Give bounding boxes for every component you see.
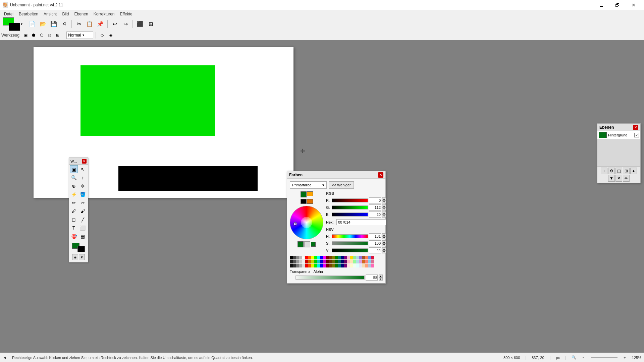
- pc-orange[interactable]: [308, 256, 311, 259]
- color-wheel-container[interactable]: [290, 206, 323, 239]
- pc3-10[interactable]: [317, 264, 320, 267]
- pc2-9[interactable]: [314, 260, 317, 263]
- toolbox-bg-color[interactable]: [77, 246, 85, 252]
- tool-move[interactable]: ↖: [79, 165, 87, 173]
- layer-properties-button[interactable]: ⚙: [608, 168, 615, 174]
- layer-delete-button[interactable]: ✕: [615, 175, 622, 182]
- cut-button[interactable]: ✂: [74, 19, 84, 29]
- layer-add-button[interactable]: ＋: [601, 168, 607, 174]
- pc3-28[interactable]: [371, 264, 374, 267]
- tool-paint[interactable]: 🖌: [79, 207, 87, 215]
- layer-edit-button[interactable]: ✏: [623, 175, 630, 182]
- zoom-out-btn[interactable]: －: [582, 355, 585, 360]
- layers-close-button[interactable]: ✕: [633, 125, 638, 130]
- pc-magenta[interactable]: [323, 256, 326, 259]
- pc3-18[interactable]: [341, 264, 344, 267]
- tool-bucket[interactable]: 🪣: [79, 190, 87, 198]
- b-slider[interactable]: [332, 213, 368, 217]
- pc-lightgray[interactable]: [299, 256, 302, 259]
- select-tool-btn-2[interactable]: ⬟: [30, 32, 37, 39]
- pc2-26[interactable]: [365, 260, 368, 263]
- swatch-bottom-small[interactable]: [311, 242, 316, 247]
- paste-button[interactable]: 📌: [96, 19, 105, 29]
- hex-input[interactable]: [336, 219, 386, 225]
- pc2-22[interactable]: [353, 260, 356, 263]
- pc2-18[interactable]: [341, 260, 344, 263]
- tool-brush[interactable]: ✏: [70, 199, 78, 207]
- pc2-11[interactable]: [320, 260, 323, 263]
- toolbox-color-swatch[interactable]: [72, 243, 85, 252]
- pc3-21[interactable]: [350, 264, 353, 267]
- pc3-19[interactable]: [344, 264, 347, 267]
- pc3-13[interactable]: [326, 264, 329, 267]
- pc-black[interactable]: [290, 256, 293, 259]
- pc2-23[interactable]: [356, 260, 359, 263]
- pc2-6[interactable]: [305, 260, 308, 263]
- pc3-27[interactable]: [368, 264, 371, 267]
- layer-down-button[interactable]: ▼: [608, 175, 615, 182]
- color-picker-close[interactable]: ✕: [378, 172, 383, 178]
- tool-pencil[interactable]: 🖊: [70, 207, 78, 215]
- minimize-button[interactable]: 🗕: [594, 0, 609, 10]
- tool-recolor[interactable]: 🎯: [70, 232, 78, 240]
- swatch-alt[interactable]: [307, 191, 313, 196]
- swatch-bottom-fg[interactable]: [298, 241, 304, 247]
- pc2-20[interactable]: [347, 260, 350, 263]
- select-tool-btn-4[interactable]: ◎: [46, 32, 53, 39]
- tool-pan[interactable]: ✥: [79, 182, 87, 190]
- pc-purple[interactable]: [344, 256, 347, 259]
- color-dropdown-arrow[interactable]: ▾: [21, 22, 22, 26]
- pc-yellow[interactable]: [311, 256, 314, 259]
- pc-maroon[interactable]: [326, 256, 329, 259]
- h-spin-up[interactable]: ▲: [382, 233, 386, 236]
- pc-blue[interactable]: [320, 256, 323, 259]
- pc3-17[interactable]: [338, 264, 341, 267]
- toolbox-color-btn-2[interactable]: ▼: [79, 254, 85, 260]
- g-spin-down[interactable]: ▼: [382, 207, 386, 210]
- tool-shapes[interactable]: ◻: [70, 216, 78, 224]
- pc3-22[interactable]: [353, 264, 356, 267]
- pc2-8[interactable]: [311, 260, 314, 263]
- layer-duplicate-button[interactable]: ◫: [615, 168, 622, 174]
- b-spin-down[interactable]: ▼: [382, 215, 386, 218]
- antialiasing-btn[interactable]: ◇: [98, 32, 106, 39]
- pc-cyan[interactable]: [317, 256, 320, 259]
- close-button[interactable]: ✕: [626, 0, 641, 10]
- pc-green[interactable]: [335, 256, 338, 259]
- pc3-5[interactable]: [302, 264, 305, 267]
- pc2-12[interactable]: [323, 260, 326, 263]
- h-spin-down[interactable]: ▼: [382, 236, 386, 239]
- pc2-2[interactable]: [293, 260, 296, 263]
- pc3-4[interactable]: [299, 264, 302, 267]
- pc-darkgray[interactable]: [293, 256, 296, 259]
- pc2-15[interactable]: [332, 260, 335, 263]
- g-slider[interactable]: [332, 205, 368, 209]
- pc3-8[interactable]: [311, 264, 314, 267]
- pc3-3[interactable]: [296, 264, 299, 267]
- select-tool-btn-3[interactable]: ⬡: [38, 32, 45, 39]
- pc-coral[interactable]: [365, 256, 368, 259]
- select-tool-btn-5[interactable]: ⊞: [54, 32, 61, 39]
- pc-lime[interactable]: [314, 256, 317, 259]
- resize-button[interactable]: ⊞: [146, 19, 155, 29]
- scroll-left-indicator[interactable]: ◄: [3, 355, 7, 360]
- r-input[interactable]: [369, 197, 381, 203]
- tool-zoom-out[interactable]: ↕: [79, 174, 87, 182]
- pc-gray[interactable]: [296, 256, 299, 259]
- pc3-24[interactable]: [359, 264, 362, 267]
- g-input[interactable]: [369, 204, 381, 210]
- layer-up-button[interactable]: ▲: [630, 168, 637, 174]
- pc3-15[interactable]: [332, 264, 335, 267]
- tool-gradient[interactable]: ▦: [79, 232, 87, 240]
- tool-magic-wand[interactable]: ⚡: [70, 190, 78, 198]
- pc3-20[interactable]: [347, 264, 350, 267]
- layer-item-hintergrund[interactable]: Hintergrund ✓: [597, 131, 640, 139]
- swatch-fg[interactable]: [301, 191, 307, 197]
- pc2-10[interactable]: [317, 260, 320, 263]
- menu-korrekturen[interactable]: Korrekturen: [91, 11, 117, 17]
- tool-clone[interactable]: ⬜: [79, 224, 87, 232]
- pc3-2[interactable]: [293, 264, 296, 267]
- alpha-spin-up[interactable]: ▲: [379, 275, 383, 278]
- select-tool-btn-1[interactable]: ▣: [22, 32, 29, 39]
- pc-teal[interactable]: [338, 256, 341, 259]
